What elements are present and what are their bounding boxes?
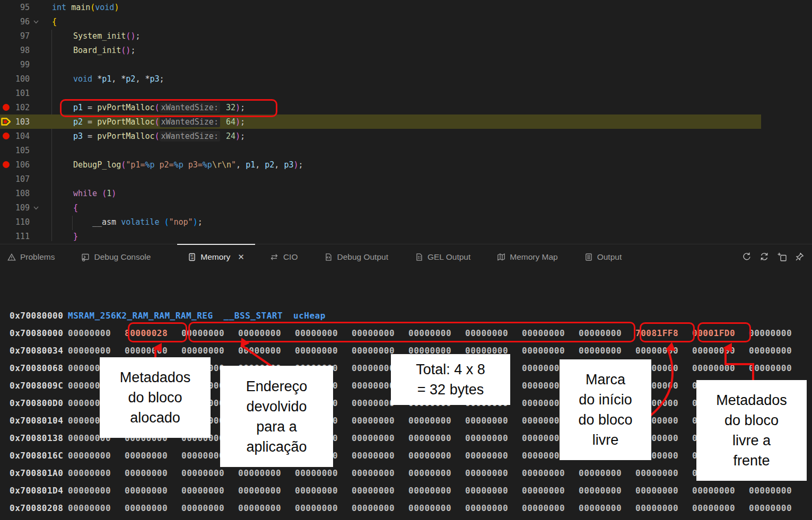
memory-cell[interactable]: 00000000 [635,346,692,356]
memory-cell[interactable]: 00000000 [125,451,181,461]
memory-cell[interactable]: 00000000 [352,328,408,338]
breakpoint-gutter[interactable] [0,14,12,29]
memory-cell[interactable]: 00000000 [692,346,749,356]
breakpoint-gutter[interactable] [0,43,12,57]
breakpoint-gutter[interactable] [0,229,12,243]
memory-cell[interactable]: 00000000 [522,328,579,338]
memory-cell[interactable]: 00000000 [295,346,352,356]
memory-cell[interactable]: 00000000 [579,486,635,496]
memory-cell[interactable]: 00000000 [408,451,465,461]
memory-cell[interactable]: 00000000 [408,503,465,513]
memory-cell[interactable]: 00000000 [522,346,579,356]
memory-cell[interactable]: 00000000 [352,433,408,443]
memory-cell[interactable]: 00000000 [181,486,238,496]
code-line-107[interactable]: 107 [0,172,812,186]
code-line-111[interactable]: 111} [0,229,812,243]
memory-cell[interactable]: 00000000 [408,468,465,478]
memory-cell[interactable]: 00000000 [749,503,806,513]
refresh-icon[interactable] [740,250,753,263]
memory-cell[interactable]: 00000000 [635,468,692,478]
tab-cio[interactable]: CIO [270,244,298,269]
memory-cell[interactable]: 00000000 [522,503,579,513]
memory-cell[interactable]: 00000000 [465,433,522,443]
memory-cell[interactable]: 00000000 [295,468,352,478]
tab-memory-map[interactable]: Memory Map [497,244,557,269]
memory-cell[interactable]: 00000000 [465,486,522,496]
memory-cell[interactable]: 00000000 [68,328,125,338]
memory-cell[interactable]: 00000000 [238,486,295,496]
memory-cell[interactable]: 00000000 [295,486,352,496]
code-line-108[interactable]: 108while (1) [0,186,812,200]
memory-cell[interactable]: 00000000 [352,486,408,496]
memory-cell[interactable]: 00000000 [352,468,408,478]
new-memory-view-icon[interactable] [775,250,788,263]
memory-cell[interactable]: 00000000 [692,363,749,373]
tab-output[interactable]: Output [584,244,622,269]
memory-cell[interactable]: 00000000 [692,486,749,496]
tab-problems[interactable]: Problems [7,244,55,269]
memory-cell[interactable]: 00000000 [465,451,522,461]
fold-chevron-icon[interactable] [30,205,42,210]
memory-cell[interactable]: 00000000 [181,503,238,513]
tab-debug-output[interactable]: Debug Output [324,244,388,269]
memory-cell[interactable]: 00000000 [465,503,522,513]
pin-icon[interactable] [793,250,806,263]
memory-cell[interactable]: 00000000 [68,503,125,513]
memory-cell[interactable]: 00000000 [352,503,408,513]
memory-cell[interactable]: 00000000 [465,416,522,426]
current-statement-breakpoint-icon[interactable] [0,114,12,129]
code-line-103[interactable]: 103p2 = pvPortMalloc(xWantedSize: 64); [0,114,761,129]
breakpoint-icon[interactable] [0,100,12,114]
memory-cell[interactable]: 00000000 [238,328,295,338]
memory-cell[interactable]: 00000000 [749,486,806,496]
memory-cell[interactable]: 00000000 [579,328,635,338]
memory-cell[interactable]: 00000000 [579,468,635,478]
memory-cell[interactable]: 00000000 [465,328,522,338]
breakpoint-gutter[interactable] [0,200,12,215]
tab-memory[interactable]: 0110Memory✕ [177,244,255,269]
memory-cell[interactable]: 00000000 [238,346,295,356]
memory-cell[interactable]: 00000000 [295,328,352,338]
code-line-99[interactable]: 99 [0,57,812,72]
memory-cell[interactable]: 00001FD0 [692,328,749,338]
memory-cell[interactable]: 00000000 [68,468,125,478]
breakpoint-gutter[interactable] [0,215,12,229]
memory-cell[interactable]: 00000000 [408,433,465,443]
code-line-97[interactable]: 97System_init(); [0,29,812,43]
memory-cell[interactable]: 00000000 [579,346,635,356]
breakpoint-gutter[interactable] [0,29,12,43]
memory-cell[interactable]: 00000000 [408,486,465,496]
memory-cell[interactable]: 00000000 [125,486,181,496]
breakpoint-gutter[interactable] [0,143,12,157]
breakpoint-icon[interactable] [0,129,12,143]
code-line-101[interactable]: 101 [0,86,812,100]
tab-gel-output[interactable]: GEL Output [415,244,470,269]
code-line-109[interactable]: 109{ [0,200,812,215]
code-line-98[interactable]: 98Board_init(); [0,43,812,57]
close-icon[interactable]: ✕ [238,252,245,262]
memory-cell[interactable]: 00000000 [522,468,579,478]
tab-debug-console[interactable]: Debug Console [81,244,151,269]
memory-cell[interactable]: 00000000 [749,328,806,338]
breakpoint-icon[interactable] [0,157,12,172]
memory-cell[interactable]: 70081FF8 [635,328,692,338]
memory-cell[interactable]: 00000000 [352,416,408,426]
memory-cell[interactable]: 00000000 [635,486,692,496]
code-line-102[interactable]: 102p1 = pvPortMalloc(xWantedSize: 32); [0,100,812,114]
breakpoint-gutter[interactable] [0,57,12,72]
memory-cell[interactable]: 00000000 [692,503,749,513]
memory-cell[interactable]: 00000000 [68,346,125,356]
memory-cell[interactable]: 00000000 [749,363,806,373]
code-line-95[interactable]: 95int main(void) [0,0,812,14]
code-line-105[interactable]: 105 [0,143,812,157]
memory-cell[interactable]: 00000000 [68,451,125,461]
memory-cell[interactable]: 80000028 [125,328,181,338]
fold-chevron-icon[interactable] [30,19,42,24]
code-editor[interactable]: 95int main(void)96{97System_init();98Boa… [0,0,812,244]
breakpoint-gutter[interactable] [0,186,12,200]
auto-refresh-icon[interactable] [758,250,771,263]
memory-cell[interactable]: 00000000 [238,503,295,513]
breakpoint-gutter[interactable] [0,0,12,14]
memory-cell[interactable]: 00000000 [635,503,692,513]
code-line-100[interactable]: 100void *p1, *p2, *p3; [0,72,812,86]
